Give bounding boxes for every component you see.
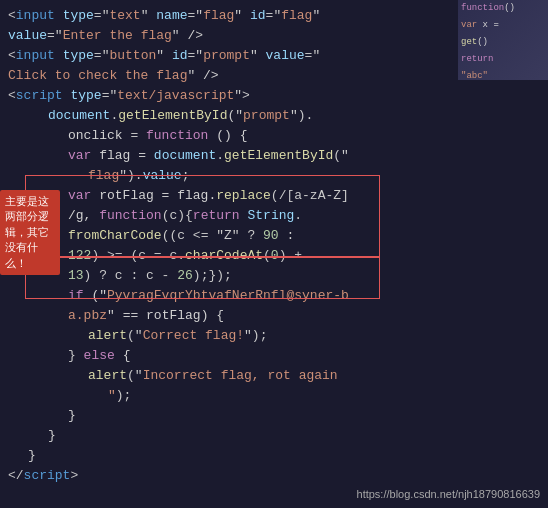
code-token: " [108, 386, 116, 406]
code-token: 90 [263, 226, 279, 246]
code-token: document [48, 106, 110, 126]
code-token [55, 46, 63, 66]
code-token: alert [88, 366, 127, 386]
code-token: alert [88, 326, 127, 346]
code-token: a.pbz [68, 306, 107, 326]
code-token: flag [88, 166, 119, 186]
code-line: "); [0, 386, 548, 406]
code-line: var rotFlag = flag.replace(/[a-zA-Z] [0, 186, 548, 206]
code-token: text [109, 6, 140, 26]
code-token: flag [203, 6, 234, 26]
code-token: / [180, 26, 196, 46]
code-token: > [70, 466, 78, 486]
code-token: prompt [243, 106, 290, 126]
code-token: value [8, 26, 47, 46]
code-token: 122 [68, 246, 91, 266]
code-token: id [250, 6, 266, 26]
code-token: name [156, 6, 187, 26]
code-token: rotFlag = flag. [91, 186, 216, 206]
code-token: onclick [68, 126, 123, 146]
code-token: : [279, 226, 295, 246]
code-token: { [115, 346, 131, 366]
code-token: </ [8, 466, 24, 486]
code-token [164, 46, 172, 66]
code-viewer: function() var x = get() return "abc" } … [0, 0, 548, 508]
code-token: ((c <= "Z" ? [162, 226, 263, 246]
code-line: fromCharCode((c <= "Z" ? 90 : [0, 226, 548, 246]
code-line: onclick = function () { [0, 126, 548, 146]
code-token: =" [47, 26, 63, 46]
code-line: <script type="text/javascript"> [0, 86, 548, 106]
code-token [258, 46, 266, 66]
code-token: getElementById [118, 106, 227, 126]
code-token: );}); [193, 266, 232, 286]
code-token: (c){ [162, 206, 193, 226]
code-token: > [195, 26, 203, 46]
code-token: Click to check the flag [8, 66, 187, 86]
code-token: ) ? c : c - [84, 266, 178, 286]
code-token: text/javascript [117, 86, 234, 106]
annotation-box: 主要是这两部分逻辑，其它没有什么！ [0, 190, 60, 275]
code-token: =" [266, 6, 282, 26]
code-token: Enter the flag [63, 26, 172, 46]
code-token: fromCharCode [68, 226, 162, 246]
code-token: "). [119, 166, 142, 186]
code-token: . [216, 146, 224, 166]
code-token: String [247, 206, 294, 226]
code-token: button [109, 46, 156, 66]
code-line: if ("PyvragFvqrYbtvafNerRnfl@syner-b [0, 286, 548, 306]
code-token: } [48, 426, 56, 446]
code-line: document.getElementById("prompt"). [0, 106, 548, 126]
code-token: flag [281, 6, 312, 26]
code-token: getElementById [224, 146, 333, 166]
code-token: type [63, 6, 94, 26]
code-token: < [8, 6, 16, 26]
code-token: (" [84, 286, 107, 306]
code-token: =" [188, 46, 204, 66]
code-token: ) >= (c = c. [91, 246, 185, 266]
code-token: script [24, 466, 71, 486]
code-token: function [99, 206, 161, 226]
code-line: } [0, 426, 548, 446]
code-token: (" [227, 106, 243, 126]
code-token: return [193, 206, 240, 226]
code-token [149, 6, 157, 26]
code-token: " [234, 6, 242, 26]
code-token: prompt [203, 46, 250, 66]
code-token: " [250, 46, 258, 66]
code-token: /> [195, 66, 218, 86]
code-token: " [187, 66, 195, 86]
code-line: flag").value; [0, 166, 548, 186]
code-token: function [146, 126, 208, 146]
code-token: PyvragFvqrYbtvafNerRnfl@syner-b [107, 286, 349, 306]
code-token [242, 6, 250, 26]
code-token: " [141, 6, 149, 26]
code-line: } [0, 446, 548, 466]
code-token: =" [305, 46, 321, 66]
code-token: } [28, 446, 36, 466]
code-token: id [172, 46, 188, 66]
top-right-decoration: function() var x = get() return "abc" } [458, 0, 548, 80]
code-line: 13) ? c : c - 26);}); [0, 266, 548, 286]
code-token [240, 206, 248, 226]
code-token: input [16, 46, 55, 66]
code-token: (" [333, 146, 349, 166]
code-token: (/[a-zA-Z] [271, 186, 349, 206]
code-token: input [16, 6, 55, 26]
code-token: =" [102, 86, 118, 106]
watermark: https://blog.csdn.net/njh18790816639 [357, 488, 540, 500]
code-token: flag = [91, 146, 153, 166]
code-token: " [312, 6, 320, 26]
code-token: " [172, 26, 180, 46]
code-token: " [107, 306, 115, 326]
code-token: " [156, 46, 164, 66]
code-token: } [68, 406, 76, 426]
code-token: ); [116, 386, 132, 406]
code-token: 13 [68, 266, 84, 286]
code-token: . [110, 106, 118, 126]
code-line: } else { [0, 346, 548, 366]
code-token: document [154, 146, 216, 166]
code-token: (" [127, 366, 143, 386]
code-line: /g, function(c){return String. [0, 206, 548, 226]
code-token: value [266, 46, 305, 66]
